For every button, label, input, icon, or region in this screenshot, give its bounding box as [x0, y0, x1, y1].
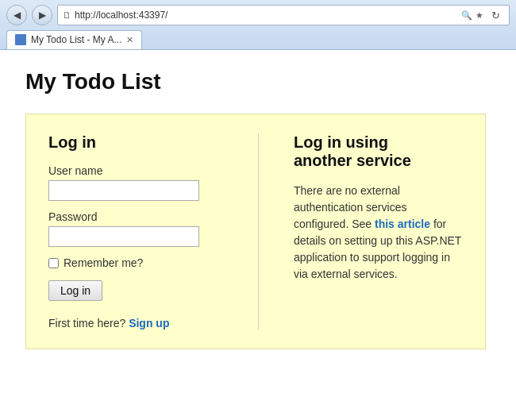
login-form-section: Log in User name Password Remember me? L… [48, 133, 223, 329]
remember-me-group: Remember me? [48, 256, 223, 269]
page-content: My Todo List Log in User name Password R… [0, 50, 516, 420]
external-login-section: Log in using another service There are n… [294, 133, 463, 329]
tab-close-button[interactable]: ✕ [126, 35, 133, 45]
article-link[interactable]: this article [375, 218, 430, 230]
username-group: User name [48, 164, 223, 201]
password-group: Password [48, 210, 223, 247]
tabs-row: My Todo List - My A... ✕ [6, 30, 510, 49]
address-bar[interactable]: 🗋 🔍 ★ ↻ [57, 5, 510, 25]
url-input[interactable] [75, 10, 458, 21]
login-heading: Log in [48, 133, 223, 152]
browser-toolbar: ◀ ▶ 🗋 🔍 ★ ↻ [6, 5, 510, 25]
external-login-heading: Log in using another service [294, 133, 463, 170]
password-input[interactable] [48, 226, 199, 247]
password-label: Password [48, 210, 223, 223]
remember-me-checkbox[interactable] [48, 258, 59, 268]
favorites-icon: ★ [476, 10, 483, 21]
first-time-label: First time here? [48, 317, 125, 329]
active-tab[interactable]: My Todo List - My A... ✕ [6, 30, 142, 49]
tab-favicon [15, 34, 26, 45]
page-icon: 🗋 [63, 10, 71, 20]
username-input[interactable] [48, 180, 199, 201]
forward-button[interactable]: ▶ [32, 5, 52, 25]
first-time-text: First time here? Sign up [48, 317, 223, 329]
back-button[interactable]: ◀ [6, 5, 27, 25]
username-label: User name [48, 164, 223, 177]
page-title: My Todo List [25, 69, 491, 94]
signup-link[interactable]: Sign up [129, 317, 169, 329]
refresh-button[interactable]: ↻ [487, 6, 504, 24]
search-icon: 🔍 [461, 10, 472, 21]
login-container: Log in User name Password Remember me? L… [25, 114, 486, 349]
tab-label: My Todo List - My A... [31, 34, 121, 45]
browser-chrome: ◀ ▶ 🗋 🔍 ★ ↻ My Todo List - My A... ✕ [0, 0, 516, 50]
external-login-description: There are no external authentication ser… [294, 183, 463, 283]
remember-me-label: Remember me? [64, 256, 143, 269]
section-divider [258, 133, 259, 329]
login-button[interactable]: Log in [48, 280, 102, 301]
